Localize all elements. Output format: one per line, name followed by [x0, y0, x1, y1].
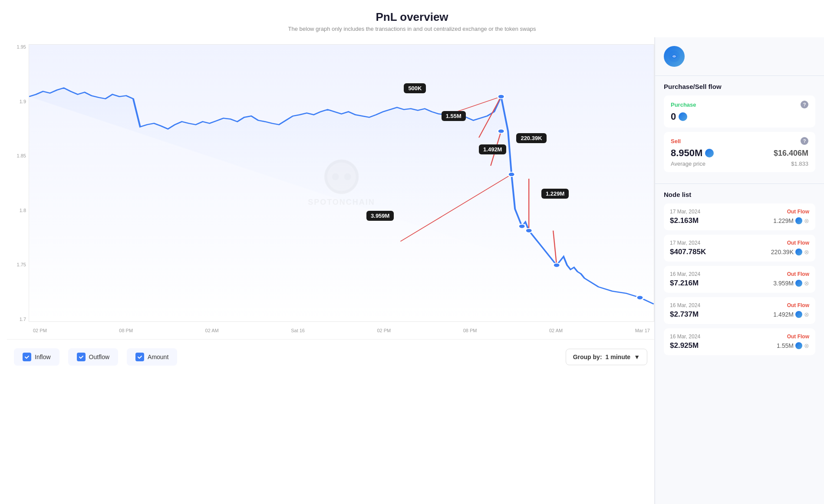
purchase-card: Purchase ? 0 [664, 95, 815, 128]
node-token-badge-2 [795, 280, 802, 287]
sell-type-label: Sell [671, 138, 681, 144]
svg-point-2 [344, 173, 351, 180]
legend-outflow[interactable]: Outflow [68, 348, 118, 366]
eye-icon-2[interactable]: ⊗ [804, 280, 809, 287]
legend-bar: Inflow Outflow Amount Group by: [7, 339, 654, 374]
legend-amount[interactable]: Amount [127, 348, 177, 366]
node-item: 16 Mar, 2024 Out Flow $2.737M 1.492M ⊗ [664, 297, 815, 324]
sell-amount: 8.950M [671, 147, 702, 159]
inflow-label: Inflow [35, 353, 51, 360]
node-flow-3: Out Flow [787, 302, 809, 308]
node-flow-2: Out Flow [787, 271, 809, 277]
node-token-badge-1 [795, 249, 802, 255]
group-by-value: 1 minute [606, 353, 631, 360]
node-item: 16 Mar, 2024 Out Flow $2.925M 1.55M ⊗ [664, 328, 815, 355]
node-item-body-1: $407.785K 220.39K ⊗ [670, 248, 809, 256]
y-axis: 1.95 1.9 1.85 1.8 1.75 1.7 [7, 44, 29, 322]
avg-price-label: Average price [671, 160, 705, 167]
purchase-value: 0 [671, 111, 808, 122]
inflow-checkbox[interactable] [23, 353, 31, 361]
sell-flow-row: 8.950M $16.406M [671, 147, 808, 159]
eye-icon-1[interactable]: ⊗ [804, 249, 809, 255]
x-label-3: 02 AM [205, 328, 219, 333]
x-label-6: 08 PM [463, 328, 477, 333]
y-label-4: 1.8 [20, 208, 26, 213]
node-item-body-0: $2.163M 1.229M ⊗ [670, 216, 809, 225]
legend-inflow[interactable]: Inflow [14, 348, 59, 366]
right-panel: Purchase/Sell flow Purchase ? 0 Sell [655, 37, 824, 504]
node-amount-3: $2.737M [670, 310, 699, 319]
node-flow-1: Out Flow [787, 240, 809, 246]
y-label-1: 1.95 [17, 44, 26, 49]
node-token-0: 1.229M ⊗ [773, 217, 809, 224]
eye-icon-4[interactable]: ⊗ [804, 342, 809, 349]
x-axis: 02 PM 08 PM 02 AM Sat 16 02 PM 08 PM 02 … [29, 322, 654, 339]
node-amount-4: $2.925M [670, 341, 699, 350]
node-token-3: 1.492M ⊗ [773, 311, 809, 318]
purchase-sell-section: Purchase/Sell flow Purchase ? 0 Sell [655, 76, 824, 184]
node-item-header: 17 Mar, 2024 Out Flow [670, 209, 809, 215]
node-item: 17 Mar, 2024 Out Flow $407.785K 220.39K … [664, 235, 815, 262]
svg-point-13 [525, 229, 532, 233]
token-header [655, 37, 824, 76]
section-title: Purchase/Sell flow [664, 83, 815, 90]
node-flow-4: Out Flow [787, 334, 809, 340]
sell-help-icon[interactable]: ? [801, 137, 808, 145]
purchase-type-label: Purchase [671, 101, 696, 108]
eye-icon-3[interactable]: ⊗ [804, 311, 809, 318]
x-label-2: 08 PM [119, 328, 133, 333]
page-wrapper: PnL overview The below graph only includ… [0, 0, 824, 504]
chart-inner: SPOTONCHAIN [29, 44, 654, 322]
svg-line-8 [553, 231, 557, 265]
sell-card-header: Sell ? [671, 137, 808, 145]
svg-point-12 [518, 224, 525, 229]
node-amount-2: $7.216M [670, 279, 699, 288]
node-list-section: Node list 17 Mar, 2024 Out Flow $2.163M … [655, 184, 824, 367]
node-date-2: 16 Mar, 2024 [670, 271, 700, 277]
watermark-text: SPOTONCHAIN [308, 198, 375, 207]
purchase-token-badge [679, 112, 687, 121]
token-icon [664, 46, 685, 67]
amount-label: Amount [148, 353, 168, 360]
svg-point-0 [326, 161, 357, 193]
node-flow-0: Out Flow [787, 209, 809, 215]
node-token-badge-0 [795, 217, 802, 224]
node-amount-1: $407.785K [670, 248, 706, 256]
purchase-card-header: Purchase ? [671, 101, 808, 108]
group-by-label: Group by: [573, 353, 602, 360]
y-label-6: 1.7 [20, 317, 26, 322]
node-item-body-4: $2.925M 1.55M ⊗ [670, 341, 809, 350]
watermark-icon [324, 160, 359, 194]
chart-section: 1.95 1.9 1.85 1.8 1.75 1.7 [0, 37, 655, 504]
purchase-help-icon[interactable]: ? [801, 101, 808, 108]
node-list-container: 17 Mar, 2024 Out Flow $2.163M 1.229M ⊗ 1… [664, 203, 815, 355]
node-date-4: 16 Mar, 2024 [670, 334, 700, 340]
node-item: 16 Mar, 2024 Out Flow $7.216M 3.959M ⊗ [664, 266, 815, 293]
main-content: 1.95 1.9 1.85 1.8 1.75 1.7 [0, 37, 824, 504]
eye-icon-0[interactable]: ⊗ [804, 217, 809, 224]
svg-point-11 [508, 172, 515, 177]
node-item: 17 Mar, 2024 Out Flow $2.163M 1.229M ⊗ [664, 203, 815, 230]
svg-point-15 [636, 295, 643, 300]
node-token-1: 220.39K ⊗ [771, 249, 809, 255]
sell-token-badge [705, 149, 714, 157]
purchase-amount: 0 [671, 111, 676, 122]
node-amount-0: $2.163M [670, 216, 699, 225]
outflow-label: Outflow [89, 353, 109, 360]
node-token-badge-4 [795, 342, 802, 349]
y-label-3: 1.85 [17, 153, 26, 158]
svg-point-10 [498, 129, 504, 133]
svg-point-9 [498, 95, 504, 99]
x-label-7: 02 AM [549, 328, 563, 333]
node-date-3: 16 Mar, 2024 [670, 302, 700, 308]
node-item-header: 16 Mar, 2024 Out Flow [670, 334, 809, 340]
outflow-checkbox[interactable] [77, 353, 86, 361]
svg-point-1 [332, 173, 339, 180]
watermark: SPOTONCHAIN [308, 160, 375, 207]
page-header: PnL overview The below graph only includ… [0, 0, 824, 37]
node-item-body-3: $2.737M 1.492M ⊗ [670, 310, 809, 319]
group-by-selector[interactable]: Group by: 1 minute ▼ [566, 349, 647, 365]
node-item-header: 16 Mar, 2024 Out Flow [670, 302, 809, 308]
amount-checkbox[interactable] [135, 353, 144, 361]
node-token-badge-3 [795, 311, 802, 318]
